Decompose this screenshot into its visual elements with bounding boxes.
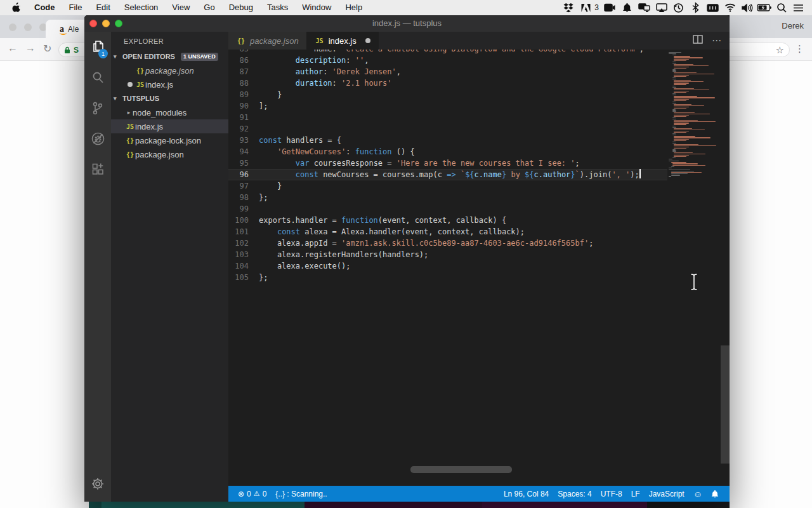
code-line-101[interactable]: 101 const alexa = Alexa.handler(event, c… <box>228 226 667 237</box>
cursor-position[interactable]: Ln 96, Col 84 <box>499 486 553 502</box>
language-mode[interactable]: JavaScript <box>645 486 689 502</box>
file-tree: ▸node_modulesJSindex.js{}package-lock.js… <box>111 105 228 161</box>
code-line-105[interactable]: 105}; <box>228 272 667 283</box>
code-line-87[interactable]: 87 author: 'Derek Jensen', <box>228 66 667 77</box>
apple-icon[interactable] <box>0 3 27 13</box>
code-line-91[interactable]: 91 <box>228 112 667 123</box>
menu-list-icon[interactable] <box>791 0 806 15</box>
notifications-bell-icon[interactable] <box>707 486 723 502</box>
macos-menubar: CodeFileEditSelectionViewGoDebugTasksWin… <box>0 0 812 15</box>
app-aframe-icon[interactable] <box>579 0 593 15</box>
minimap[interactable] <box>667 50 721 486</box>
menu-tasks[interactable]: Tasks <box>260 0 295 15</box>
bluetooth-icon[interactable] <box>688 0 703 15</box>
split-editor-icon[interactable] <box>693 35 703 46</box>
volume-icon[interactable] <box>740 0 754 15</box>
menu-window[interactable]: Window <box>295 0 338 15</box>
source-control-icon[interactable] <box>84 93 111 123</box>
code-line-90[interactable]: 90]; <box>228 100 667 112</box>
tree-item-index.js[interactable]: JSindex.js <box>111 119 228 133</box>
tree-item-package.json[interactable]: {}package.json <box>111 147 228 161</box>
menu-code[interactable]: Code <box>27 0 62 15</box>
line-number: 92 <box>228 123 259 135</box>
menu-go[interactable]: Go <box>197 0 221 15</box>
search-icon[interactable] <box>84 62 111 93</box>
open-editors-header[interactable]: ▾ OPEN EDITORS 1 UNSAVED <box>111 50 228 64</box>
line-number: 103 <box>228 249 259 260</box>
code-text: const newCourses = courses.map(c => `${c… <box>259 169 639 180</box>
code-line-85[interactable]: 85 name: 'Create a Chatbot Using Dialogf… <box>228 50 667 55</box>
code-line-100[interactable]: 100exports.handler = function(event, con… <box>228 215 667 226</box>
back-icon[interactable]: ← <box>8 43 18 54</box>
browser-menu-icon[interactable]: ⋮ <box>795 43 804 55</box>
scanning-status[interactable]: {..} : Scanning.. <box>271 486 331 502</box>
airplay-icon[interactable] <box>654 0 669 15</box>
menu-view[interactable]: View <box>165 0 197 15</box>
dropbox-icon[interactable] <box>561 0 576 15</box>
code-line-96[interactable]: 96 const newCourses = courses.map(c => `… <box>228 169 667 180</box>
problems-indicator[interactable]: ⊗ 0 ⚠ 0 <box>233 486 271 502</box>
menu-edit[interactable]: Edit <box>89 0 117 15</box>
open-editor-item-index.js[interactable]: JSindex.js <box>111 77 228 91</box>
debug-icon[interactable] <box>84 123 111 154</box>
wifi-icon[interactable] <box>723 0 737 15</box>
code-line-92[interactable]: 92 <box>228 123 667 135</box>
horizontal-scrollbar[interactable] <box>410 466 512 473</box>
code-line-95[interactable]: 95 var coursesResponse = 'Here are the n… <box>228 157 667 169</box>
tab-index.js[interactable]: JSindex.js <box>307 32 379 50</box>
indentation[interactable]: Spaces: 4 <box>553 486 596 502</box>
code-line-99[interactable]: 99 <box>228 203 667 215</box>
code-line-97[interactable]: 97 } <box>228 180 667 192</box>
reload-icon[interactable]: ↻ <box>43 43 51 55</box>
time-machine-icon[interactable] <box>671 0 686 15</box>
notification-bell-icon[interactable] <box>620 0 634 15</box>
browser-close-button[interactable] <box>9 23 16 31</box>
battery-charging-icon[interactable] <box>757 0 771 15</box>
browser-window-right: Derek ☆ ⋮ <box>730 15 812 508</box>
code-line-104[interactable]: 104 alexa.execute(); <box>228 260 667 272</box>
code-line-98[interactable]: 98}; <box>228 192 667 203</box>
eol-sequence[interactable]: LF <box>627 486 645 502</box>
tree-root-header[interactable]: ▾ TUTSPLUS <box>111 91 228 105</box>
browser-window-left: a Ale ← → ↻ S <box>0 15 89 508</box>
menu-debug[interactable]: Debug <box>222 0 260 15</box>
more-actions-icon[interactable]: ⋯ <box>712 35 722 46</box>
unsaved-badge: 1 UNSAVED <box>181 53 218 61</box>
open-editor-item-package.json[interactable]: {}package.json <box>111 64 228 77</box>
line-number: 99 <box>228 203 259 215</box>
tree-item-node_modules[interactable]: ▸node_modules <box>111 105 228 119</box>
code-line-93[interactable]: 93const handlers = { <box>228 135 667 146</box>
code-text: alexa.appId = 'amzn1.ask.skill.c0c5be89-… <box>259 237 593 249</box>
settings-gear-icon[interactable] <box>84 471 111 497</box>
tab-package.json[interactable]: {}package.json <box>228 32 307 50</box>
code-line-86[interactable]: 86 description: '', <box>228 55 667 66</box>
code-line-89[interactable]: 89 } <box>228 89 667 100</box>
vscode-titlebar[interactable]: index.js — tutsplus <box>84 15 730 32</box>
feedback-smiley-icon[interactable]: ☺ <box>689 486 707 502</box>
keyboard-icon[interactable] <box>705 0 720 15</box>
tree-item-package-lock.json[interactable]: {}package-lock.json <box>111 133 228 147</box>
code-line-94[interactable]: 94 'GetNewCourses': function () { <box>228 146 667 157</box>
chevron-down-icon: ▾ <box>114 53 121 60</box>
displays-icon[interactable] <box>637 0 652 15</box>
editor[interactable]: 85 name: 'Create a Chatbot Using Dialogf… <box>228 50 730 486</box>
code-line-102[interactable]: 102 alexa.appId = 'amzn1.ask.skill.c0c5b… <box>228 237 667 249</box>
code-line-88[interactable]: 88 duration: '2.1 hours' <box>228 77 667 89</box>
forward-icon[interactable]: → <box>25 43 36 54</box>
mouse-ibeam-cursor <box>689 273 699 291</box>
browser-profile-name[interactable]: Derek <box>782 21 804 30</box>
encoding[interactable]: UTF-8 <box>596 486 627 502</box>
vertical-scrollbar[interactable] <box>721 345 730 464</box>
menu-selection[interactable]: Selection <box>117 0 165 15</box>
code-line-103[interactable]: 103 alexa.registerHandlers(handlers); <box>228 249 667 260</box>
menu-file[interactable]: File <box>62 0 89 15</box>
spotlight-search-icon[interactable] <box>774 0 789 15</box>
menu-help[interactable]: Help <box>338 0 369 15</box>
line-number: 101 <box>228 226 259 237</box>
bookmark-star-icon[interactable]: ☆ <box>776 44 784 56</box>
explorer-icon[interactable]: 1 <box>84 32 111 62</box>
code-text: } <box>259 180 282 192</box>
browser-minimize-button[interactable] <box>24 23 32 31</box>
screen-record-icon[interactable] <box>603 0 617 15</box>
extensions-icon[interactable] <box>84 154 111 184</box>
